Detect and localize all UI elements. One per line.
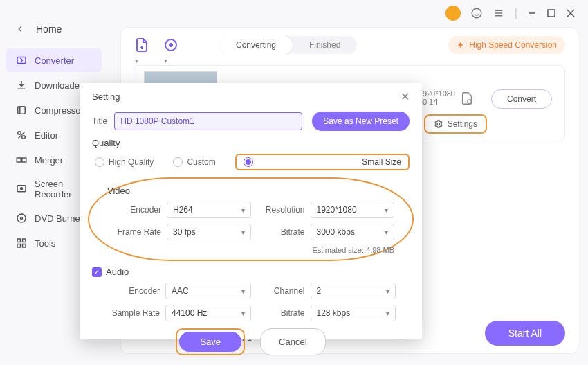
svg-point-30	[437, 123, 440, 125]
svg-rect-14	[17, 158, 21, 162]
svg-rect-21	[23, 239, 26, 242]
compressor-icon	[15, 104, 28, 116]
sidebar-item-converter[interactable]: Converter	[6, 48, 102, 72]
avatar[interactable]	[445, 6, 461, 21]
title-input[interactable]	[114, 112, 302, 130]
save-button[interactable]: Save	[179, 332, 241, 352]
settings-button[interactable]: Settings	[424, 114, 487, 134]
audio-channel-select[interactable]: 2▾	[311, 283, 396, 299]
svg-rect-9	[18, 107, 26, 114]
svg-rect-20	[17, 239, 21, 242]
maximize-icon[interactable]	[546, 8, 556, 18]
video-bitrate-select[interactable]: 3000 kbps▾	[311, 224, 395, 240]
tabs: Converting Finished	[219, 36, 357, 54]
editor-icon	[15, 129, 28, 141]
tools-icon	[15, 237, 28, 249]
svg-line-13	[19, 132, 25, 139]
quality-label: Quality	[92, 138, 410, 148]
audio-bitrate-select[interactable]: 128 kbps▾	[311, 305, 396, 321]
video-framerate-select[interactable]: 30 fps▾	[167, 224, 251, 240]
modal-title: Setting	[92, 91, 120, 102]
output-format-icon[interactable]	[459, 91, 475, 106]
audio-checkbox[interactable]: ✓	[92, 267, 102, 277]
minimize-icon[interactable]	[527, 8, 537, 18]
svg-point-29	[468, 100, 472, 104]
modal-close-icon[interactable]: ✕	[401, 90, 410, 103]
audio-group: ✓ Audio EncoderAAC▾ Channel2▾ Sample Rat…	[92, 267, 410, 321]
quality-custom-radio[interactable]: Custom	[173, 157, 215, 167]
svg-point-0	[472, 8, 481, 18]
file-resolution: 1920*1080	[419, 89, 455, 98]
video-resolution-select[interactable]: 1920*1080▾	[311, 202, 395, 218]
svg-point-12	[22, 136, 26, 139]
svg-point-19	[21, 217, 23, 220]
svg-point-17	[21, 188, 23, 190]
title-label: Title	[92, 116, 107, 126]
svg-point-11	[18, 132, 21, 135]
merger-icon	[15, 154, 28, 166]
audio-encoder-select[interactable]: AAC▾	[165, 283, 251, 299]
svg-rect-8	[17, 57, 26, 64]
svg-rect-23	[23, 244, 26, 248]
svg-point-18	[17, 214, 26, 222]
quality-high-radio[interactable]: High Quality	[95, 157, 154, 167]
audio-samplerate-select[interactable]: 44100 Hz▾	[165, 305, 251, 321]
estimated-size: Estimated size: 4.98 MB	[107, 246, 394, 254]
downloader-icon	[15, 79, 28, 91]
video-encoder-select[interactable]: H264▾	[167, 202, 251, 218]
sidebar-item-label: Converter	[35, 55, 74, 66]
converter-icon	[15, 54, 28, 66]
high-speed-badge[interactable]: High Speed Conversion	[448, 36, 565, 54]
tab-converting[interactable]: Converting	[219, 36, 293, 54]
quality-small-radio[interactable]: Small Size	[235, 154, 410, 170]
sidebar-item-label: Merger	[35, 155, 63, 166]
recorder-icon	[15, 183, 28, 195]
add-file-button[interactable]: ▾	[134, 37, 150, 53]
close-icon[interactable]	[566, 8, 576, 18]
home-label[interactable]: Home	[36, 24, 62, 35]
start-all-button[interactable]: Start All	[485, 321, 565, 346]
back-icon[interactable]	[15, 24, 25, 34]
tab-finished[interactable]: Finished	[293, 36, 357, 54]
gear-icon	[434, 119, 443, 129]
sidebar-item-label: Tools	[35, 238, 55, 249]
sidebar-item-label: DVD Burner	[35, 213, 83, 224]
video-group: Video EncoderH264▾ Resolution1920*1080▾ …	[88, 177, 414, 261]
settings-modal: Setting ✕ Title Save as New Preset Quali…	[80, 83, 422, 339]
svg-rect-22	[17, 244, 21, 248]
svg-rect-15	[22, 158, 26, 162]
save-preset-button[interactable]: Save as New Preset	[312, 112, 410, 131]
bolt-icon	[457, 41, 465, 49]
convert-button[interactable]: Convert	[491, 89, 552, 109]
file-duration: 00:14	[419, 98, 455, 106]
cancel-button[interactable]: Cancel	[260, 328, 325, 355]
support-icon[interactable]	[470, 7, 483, 19]
svg-rect-5	[548, 10, 555, 17]
add-dvd-button[interactable]: ▾	[163, 37, 179, 53]
sidebar-item-label: Compressor	[35, 105, 84, 116]
dvd-icon	[15, 212, 28, 224]
audio-header: Audio	[106, 267, 129, 277]
video-header: Video	[107, 186, 394, 196]
sidebar-item-label: Editor	[35, 130, 58, 141]
sidebar-item-label: Downloader	[35, 80, 82, 91]
menu-icon[interactable]	[493, 7, 505, 19]
